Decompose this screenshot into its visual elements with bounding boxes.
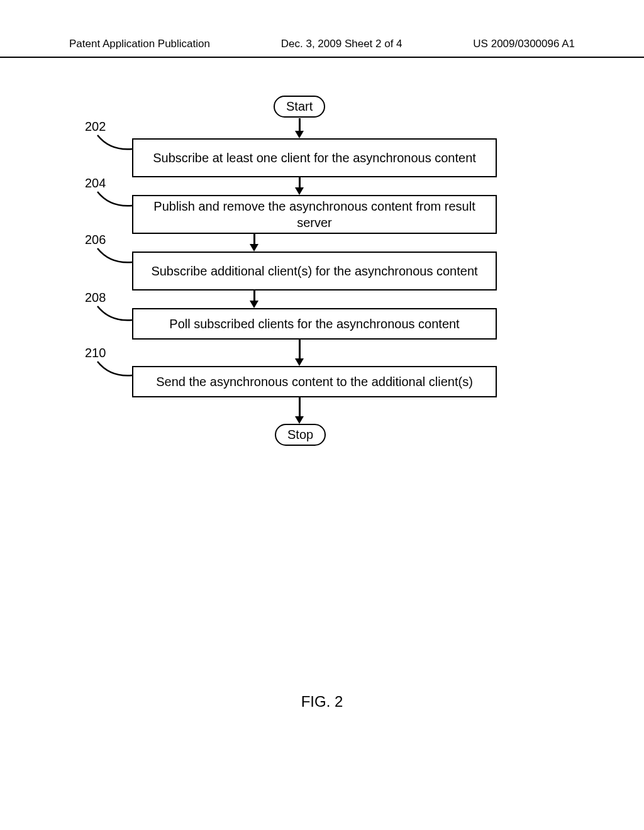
ref-206: 206 xyxy=(85,233,106,247)
stop-terminator: Stop xyxy=(275,424,326,446)
page-header: Patent Application Publication Dec. 3, 2… xyxy=(0,38,644,58)
step-box-210: Send the asynchronous content to the add… xyxy=(132,366,497,397)
header-center: Dec. 3, 2009 Sheet 2 of 4 xyxy=(281,38,402,50)
step-text-210: Send the asynchronous content to the add… xyxy=(156,374,473,390)
leader-line-icon xyxy=(94,304,135,323)
step-text-206: Subscribe additional client(s) for the a… xyxy=(151,263,477,279)
leader-line-icon xyxy=(94,133,135,152)
flowchart: Start 202 Subscribe at least one client … xyxy=(0,96,644,567)
arrow-head-icon xyxy=(295,187,304,195)
leader-line-icon xyxy=(94,190,135,209)
arrow-head-icon xyxy=(295,416,304,424)
step-box-206: Subscribe additional client(s) for the a… xyxy=(132,252,497,290)
start-terminator: Start xyxy=(274,96,325,118)
step-box-202: Subscribe at least one client for the as… xyxy=(132,138,497,177)
ref-204: 204 xyxy=(85,176,106,191)
ref-202: 202 xyxy=(85,119,106,134)
step-text-208: Poll subscribed clients for the asynchro… xyxy=(169,316,459,332)
page-container: Patent Application Publication Dec. 3, 2… xyxy=(0,0,644,711)
header-left: Patent Application Publication xyxy=(69,38,210,50)
step-box-204: Publish and remove the asynchronous cont… xyxy=(132,195,497,234)
header-right: US 2009/0300096 A1 xyxy=(473,38,575,50)
arrow-head-icon xyxy=(250,244,258,252)
ref-208: 208 xyxy=(85,290,106,305)
step-box-208: Poll subscribed clients for the asynchro… xyxy=(132,308,497,340)
stop-label: Stop xyxy=(287,428,313,442)
leader-line-icon xyxy=(94,246,135,265)
figure-label: FIG. 2 xyxy=(0,693,644,711)
arrow-head-icon xyxy=(295,131,304,138)
arrow-line xyxy=(299,397,301,418)
step-text-204: Publish and remove the asynchronous cont… xyxy=(140,198,489,231)
arrow-head-icon xyxy=(250,301,258,308)
arrow-head-icon xyxy=(295,358,304,366)
ref-210: 210 xyxy=(85,346,106,360)
step-text-202: Subscribe at least one client for the as… xyxy=(153,150,476,166)
arrow-line xyxy=(299,340,301,360)
start-label: Start xyxy=(286,99,313,114)
arrow-line xyxy=(299,118,301,132)
leader-line-icon xyxy=(94,360,135,379)
